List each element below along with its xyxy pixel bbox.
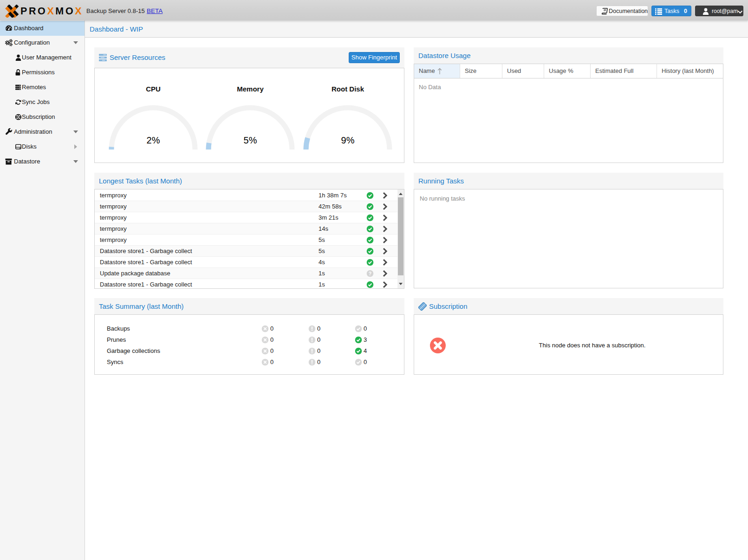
svg-text:?: ?: [369, 271, 371, 276]
